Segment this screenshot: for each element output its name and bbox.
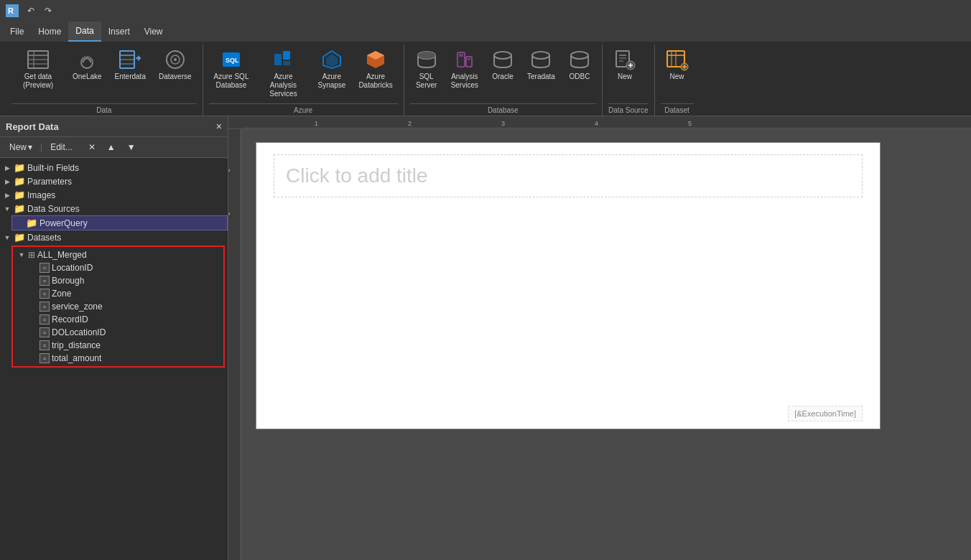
new-datasource-label: New — [618, 73, 632, 81]
onelake-button[interactable]: OneLake — [68, 45, 107, 85]
report-page[interactable]: Click to add title [&ExecutionTime] — [256, 142, 881, 429]
azure-syn-label: AzureSynapse — [317, 73, 345, 90]
folder-icon-powerquery: 📁 — [26, 218, 37, 228]
svg-rect-18 — [283, 51, 290, 60]
sidebar-delete-label: ✕ — [88, 142, 96, 152]
svg-point-29 — [532, 52, 549, 59]
tree-label-borough: Borough — [52, 276, 219, 286]
svg-point-14 — [174, 58, 177, 61]
tree-item-all-merged[interactable]: ▼ ⊞ ALL_Merged — [14, 248, 222, 261]
enterdata-button[interactable]: Enterdata — [110, 45, 151, 85]
get-data-label: Get data (Preview) — [17, 73, 60, 90]
sidebar-up-button[interactable]: ▲ — [102, 140, 121, 154]
menu-bar: File Home Data Insert View — [0, 22, 971, 42]
sidebar-edit-button[interactable]: Edit... — [45, 140, 78, 154]
azure-db-icon — [364, 48, 387, 71]
tree-item-powerquery[interactable]: 📁 PowerQuery — [11, 215, 228, 230]
page-title-area[interactable]: Click to add title — [274, 154, 863, 197]
ribbon-group-data-label: Data — [11, 103, 197, 116]
sidebar-up-label: ▲ — [107, 142, 116, 152]
field-icon-recordid: = — [40, 314, 50, 325]
tree-item-trip-distance[interactable]: = trip_distance — [26, 339, 222, 352]
tree-item-locationid[interactable]: = LocationID — [26, 261, 222, 274]
tree-item-zone[interactable]: = Zone — [26, 287, 222, 300]
sidebar-delete-button[interactable]: ✕ — [83, 140, 101, 154]
field-icon-dolocationid: = — [40, 327, 50, 337]
menu-data[interactable]: Data — [68, 22, 101, 42]
menu-home[interactable]: Home — [31, 22, 68, 42]
tree-item-recordid[interactable]: = RecordID — [26, 313, 222, 326]
app-icon: R — [6, 4, 19, 17]
tree-item-dolocationid[interactable]: = DOLocationID — [26, 326, 222, 339]
svg-rect-19 — [283, 61, 290, 65]
svg-text:2: 2 — [408, 120, 412, 127]
tree-item-built-in-fields[interactable]: ▶ 📁 Built-in Fields — [0, 161, 228, 174]
toolbar-separator-1: | — [40, 142, 42, 152]
new-datasource-button[interactable]: New — [608, 45, 641, 85]
ribbon-group-azure-label: Azure — [209, 103, 398, 116]
teradata-label: Teradata — [527, 73, 555, 81]
sidebar-down-button[interactable]: ▼ — [122, 140, 141, 154]
ribbon-group-datasource-label: Data Source — [608, 103, 649, 116]
analysis-services-button[interactable]: AnalysisServices — [446, 45, 483, 93]
get-data-button[interactable]: Get data (Preview) — [11, 45, 65, 93]
tree-item-service-zone[interactable]: = service_zone — [26, 300, 222, 313]
tree-item-datasets[interactable]: ▼ 📁 Datasets — [0, 230, 228, 244]
ribbon-group-database: SQLServer AnalysisServices Oracle — [404, 45, 603, 116]
svg-point-28 — [494, 52, 511, 59]
main-area: Report Data × New ▾ | Edit... ✕ ▲ ▼ — [0, 116, 971, 560]
tree-label-zone: Zone — [52, 289, 219, 299]
page-title-placeholder[interactable]: Click to add title — [286, 164, 428, 187]
menu-file[interactable]: File — [3, 22, 31, 42]
sql-server-button[interactable]: SQLServer — [410, 45, 443, 93]
canvas-area: 1 2 3 4 5 1 2 — [228, 116, 971, 560]
tree-label-data-sources: Data Sources — [27, 204, 225, 214]
tree-item-borough[interactable]: = Borough — [26, 274, 222, 287]
menu-insert[interactable]: Insert — [101, 22, 137, 42]
oracle-icon — [491, 48, 514, 71]
expander-all-merged: ▼ — [17, 251, 26, 258]
new-datasource-icon — [613, 48, 636, 71]
new-dataset-button[interactable]: New — [661, 45, 694, 85]
tree-item-total-amount[interactable]: = total_amount — [26, 352, 222, 365]
oracle-button[interactable]: Oracle — [486, 45, 519, 85]
new-dataset-icon — [666, 48, 689, 71]
tree-label-service-zone: service_zone — [52, 302, 219, 312]
folder-icon-datasets: 📁 — [14, 232, 25, 243]
menu-view[interactable]: View — [137, 22, 170, 42]
new-dataset-label: New — [670, 73, 684, 81]
azure-as-label: Azure AnalysisServices — [261, 73, 305, 98]
page-with-ruler: 1 2 Click to add title [&ExecutionTime] — [228, 129, 971, 560]
teradata-button[interactable]: Teradata — [522, 45, 560, 85]
dataverse-icon — [164, 48, 187, 71]
svg-rect-27 — [468, 58, 470, 60]
undo-button[interactable]: ↶ — [24, 4, 37, 17]
azure-db-button[interactable]: AzureDatabricks — [353, 45, 397, 93]
tree-item-parameters[interactable]: ▶ 📁 Parameters — [0, 174, 228, 188]
tree-label-parameters: Parameters — [27, 177, 225, 187]
onelake-icon — [75, 48, 98, 71]
field-icon-service-zone: = — [40, 302, 50, 312]
azure-as-button[interactable]: Azure AnalysisServices — [256, 45, 310, 102]
svg-text:R: R — [8, 6, 14, 15]
dataverse-button[interactable]: Dataverse — [154, 45, 197, 85]
redo-button[interactable]: ↷ — [42, 4, 55, 17]
tree-item-data-sources[interactable]: ▼ 📁 Data Sources — [0, 202, 228, 215]
azure-sql-label: Azure SQLDatabase — [214, 73, 249, 90]
tree-label-built-in-fields: Built-in Fields — [27, 163, 225, 173]
enterdata-icon — [119, 48, 141, 71]
sidebar-new-button[interactable]: New ▾ — [4, 140, 37, 154]
tree-item-images[interactable]: ▶ 📁 Images — [0, 188, 228, 202]
azure-sql-icon: SQL — [220, 48, 243, 71]
field-icon-trip-distance: = — [40, 340, 50, 350]
page-container[interactable]: Click to add title [&ExecutionTime] — [241, 129, 971, 560]
odbc-button[interactable]: ODBC — [563, 45, 596, 85]
datasets-highlighted-box: ▼ ⊞ ALL_Merged = LocationID = Borough — [11, 246, 225, 368]
azure-syn-button[interactable]: AzureSynapse — [312, 45, 350, 93]
azure-sql-button[interactable]: SQL Azure SQLDatabase — [209, 45, 254, 93]
expander-data-sources: ▼ — [3, 205, 11, 213]
odbc-label: ODBC — [569, 73, 590, 81]
get-data-icon — [27, 48, 50, 71]
sidebar-close-button[interactable]: × — [216, 121, 222, 132]
tree-label-powerquery: PowerQuery — [40, 218, 224, 228]
